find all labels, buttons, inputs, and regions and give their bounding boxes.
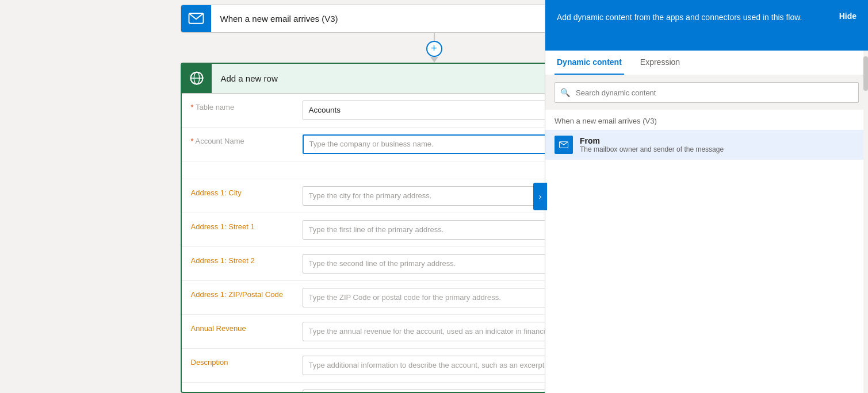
search-icon: 🔍	[560, 88, 570, 97]
panel-header-text: Add dynamic content from the apps and co…	[557, 11, 802, 24]
address-street2-label: Address 1: Street 2	[182, 247, 303, 265]
panel-item-desc: The mailbox owner and sender of the mess…	[580, 145, 724, 153]
connector-arrow	[430, 57, 438, 63]
step-connector: +	[426, 33, 442, 63]
account-name-label: * Account Name	[182, 128, 303, 145]
collapse-panel-button[interactable]: ›	[533, 183, 547, 210]
search-wrapper: 🔍	[555, 82, 859, 103]
dynamic-content-search-input[interactable]	[555, 82, 859, 103]
panel-from-item[interactable]: From The mailbox owner and sender of the…	[545, 130, 868, 160]
address-street1-label: Address 1: Street 1	[182, 213, 303, 231]
panel-item-name: From	[580, 136, 724, 145]
panel-hide-button[interactable]: Hide	[839, 11, 856, 21]
panel-search-area: 🔍	[545, 75, 868, 110]
panel-tabs: Dynamic content Expression	[545, 51, 868, 75]
email-icon	[188, 10, 205, 27]
panel-scrollbar[interactable]	[863, 51, 868, 393]
connector-line-top	[434, 33, 435, 41]
panel-item-icon	[555, 136, 573, 154]
trigger-icon	[181, 5, 211, 33]
dataverse-icon	[189, 70, 205, 86]
annual-revenue-label: Annual Revenue	[182, 315, 303, 333]
panel-header: Add dynamic content from the apps and co…	[545, 0, 868, 51]
tab-dynamic-content[interactable]: Dynamic content	[555, 51, 624, 75]
add-step-button[interactable]: +	[426, 41, 442, 57]
address-city-label: Address 1: City	[182, 179, 303, 197]
description-label: Description	[182, 349, 303, 367]
table-name-label: * Table name	[182, 94, 303, 111]
address-zip-label: Address 1: ZIP/Postal Code	[182, 281, 303, 299]
outlook-icon	[559, 140, 569, 150]
main-phone-label: Main Phone	[182, 383, 303, 393]
scrollbar-thumb	[863, 56, 868, 91]
chevron-right-icon: ›	[539, 192, 542, 201]
tab-expression[interactable]: Expression	[638, 51, 682, 75]
table-select-value: Accounts	[309, 106, 341, 114]
right-panel: Add dynamic content from the apps and co…	[545, 0, 868, 393]
panel-item-text: From The mailbox owner and sender of the…	[580, 136, 724, 153]
panel-section-title: When a new email arrives (V3)	[545, 110, 868, 130]
required-star: *	[191, 103, 196, 111]
action-icon-bg	[182, 63, 212, 93]
